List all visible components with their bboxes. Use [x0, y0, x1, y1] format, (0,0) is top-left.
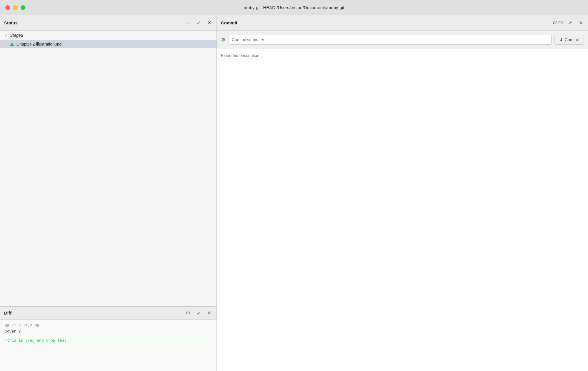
commit-form: ⚙ ⬇ Commit [217, 31, 588, 49]
triangle-icon [10, 42, 14, 46]
staged-label: Staged [10, 33, 23, 38]
status-panel-title: Status [4, 20, 18, 25]
main-container: Status — ⤢ ✕ ✓ Staged Chapter-2-illustra… [0, 15, 588, 371]
diff-hunk: @@ -1,2 +1,3 @@ [5, 323, 212, 327]
commit-close-button[interactable]: ✕ [577, 20, 584, 26]
title-bar: moby-git: HEAD /Users/tristan/Documents/… [0, 0, 588, 15]
minimize-button[interactable] [13, 5, 18, 10]
staged-file-name: Chapter-2-illustration.md [16, 42, 61, 46]
diff-panel-header: Diff ⚙ ⤢ ✕ [0, 307, 216, 320]
status-panel-header: Status — ⤢ ✕ [0, 15, 216, 31]
status-panel-controls: — ⤢ ✕ [185, 20, 212, 26]
diff-expand-button[interactable]: ⤢ [195, 310, 202, 316]
commit-button-icon: ⬇ [559, 37, 563, 42]
extended-description-textarea[interactable] [221, 53, 584, 367]
diff-close-button[interactable]: ✕ [206, 310, 212, 316]
commit-panel-header: Commit 03:00 ⤢ ✕ [217, 15, 588, 31]
status-expand-button[interactable]: ⤢ [195, 20, 202, 26]
left-panel: Status — ⤢ ✕ ✓ Staged Chapter-2-illustra… [0, 15, 217, 371]
status-minimize-button[interactable]: — [185, 20, 191, 26]
diff-added-line: +this is drag and drop test [5, 338, 212, 343]
commit-panel-title: Commit [221, 20, 237, 25]
window-title: moby-git: HEAD /Users/tristan/Documents/… [244, 5, 344, 10]
commit-expand-button[interactable]: ⤢ [567, 20, 573, 26]
diff-settings-button[interactable]: ⚙ [185, 310, 191, 316]
commit-summary-input[interactable] [229, 35, 552, 45]
status-list: ✓ Staged Chapter-2-illustration.md [0, 31, 216, 306]
diff-panel: Diff ⚙ ⤢ ✕ @@ -1,2 +1,3 @@ Cover 2 +this… [0, 306, 216, 371]
commit-button-label: Commit [565, 37, 579, 42]
diff-blank-line [5, 334, 212, 338]
diff-panel-controls: ⚙ ⤢ ✕ [185, 310, 212, 316]
staged-file-item[interactable]: Chapter-2-illustration.md [0, 40, 216, 48]
maximize-button[interactable] [21, 5, 25, 10]
right-panel: Commit 03:00 ⤢ ✕ ⚙ ⬇ Commit [217, 15, 588, 371]
diff-panel-title: Diff [4, 310, 11, 315]
commit-header-controls: 03:00 ⤢ ✕ [553, 20, 584, 26]
commit-button[interactable]: ⬇ Commit [554, 35, 584, 45]
close-button[interactable] [5, 5, 10, 10]
window-controls [5, 5, 25, 10]
status-close-button[interactable]: ✕ [206, 20, 212, 26]
commit-settings-icon[interactable]: ⚙ [221, 36, 226, 43]
diff-content: @@ -1,2 +1,3 @@ Cover 2 +this is drag an… [0, 320, 216, 371]
staged-group-header: ✓ Staged [0, 31, 216, 40]
extended-description-area [217, 49, 588, 371]
diff-context-line: Cover 2 [5, 329, 212, 334]
commit-time: 03:00 [553, 21, 563, 25]
check-icon: ✓ [4, 33, 8, 38]
